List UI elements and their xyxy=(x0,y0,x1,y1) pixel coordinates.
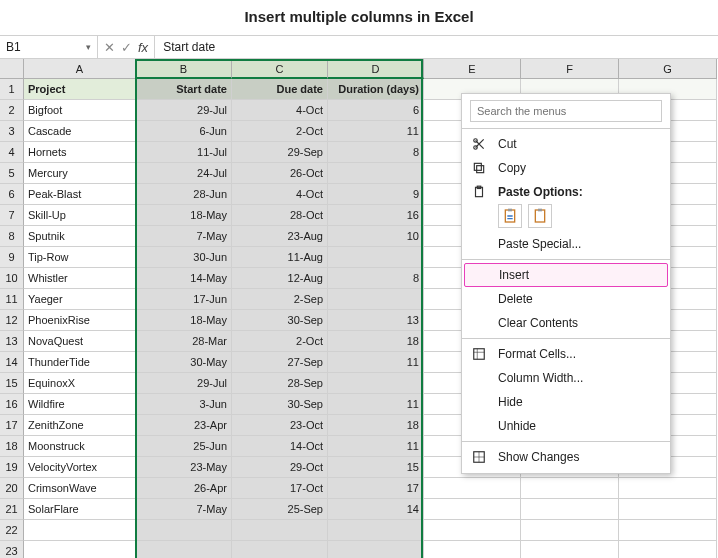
cell[interactable]: 12-Aug xyxy=(232,268,328,289)
cell[interactable] xyxy=(328,289,424,310)
row-header[interactable]: 7 xyxy=(0,205,24,226)
cell[interactable] xyxy=(424,478,521,499)
row-header[interactable]: 21 xyxy=(0,499,24,520)
cell[interactable]: 30-Sep xyxy=(232,394,328,415)
menu-unhide[interactable]: Unhide xyxy=(462,414,670,438)
cell[interactable]: 30-May xyxy=(136,352,232,373)
cell[interactable]: 8 xyxy=(328,268,424,289)
cell[interactable] xyxy=(521,520,619,541)
row-header[interactable]: 22 xyxy=(0,520,24,541)
row-header[interactable]: 10 xyxy=(0,268,24,289)
column-header-E[interactable]: E xyxy=(424,59,521,79)
cell[interactable] xyxy=(136,520,232,541)
menu-search-input[interactable] xyxy=(470,100,662,122)
cell[interactable]: 8 xyxy=(328,142,424,163)
cell[interactable] xyxy=(619,478,717,499)
row-header[interactable]: 20 xyxy=(0,478,24,499)
cell[interactable] xyxy=(424,520,521,541)
row-header[interactable]: 8 xyxy=(0,226,24,247)
cell[interactable]: 16 xyxy=(328,205,424,226)
header-cell[interactable]: Start date xyxy=(136,79,232,100)
row-header[interactable]: 15 xyxy=(0,373,24,394)
menu-copy[interactable]: Copy xyxy=(462,156,670,180)
cell[interactable]: 26-Oct xyxy=(232,163,328,184)
cell[interactable]: CrimsonWave xyxy=(24,478,136,499)
cell[interactable]: 28-Mar xyxy=(136,331,232,352)
cell[interactable] xyxy=(521,478,619,499)
cell[interactable]: 23-Apr xyxy=(136,415,232,436)
cell[interactable]: 23-May xyxy=(136,457,232,478)
cell[interactable]: 27-Sep xyxy=(232,352,328,373)
cell[interactable]: 7-May xyxy=(136,499,232,520)
column-header-A[interactable]: A xyxy=(24,59,136,79)
cell[interactable]: 25-Jun xyxy=(136,436,232,457)
cell[interactable]: Bigfoot xyxy=(24,100,136,121)
menu-cut[interactable]: Cut xyxy=(462,132,670,156)
column-header-B[interactable]: B xyxy=(136,59,232,79)
paste-option-2[interactable] xyxy=(528,204,552,228)
cell[interactable]: 11 xyxy=(328,352,424,373)
row-header[interactable]: 13 xyxy=(0,331,24,352)
menu-paste-special[interactable]: Paste Special... xyxy=(462,232,670,256)
cell[interactable]: VelocityVortex xyxy=(24,457,136,478)
menu-insert[interactable]: Insert xyxy=(464,263,668,287)
column-header-G[interactable]: G xyxy=(619,59,717,79)
cell[interactable]: 4-Oct xyxy=(232,100,328,121)
cell[interactable] xyxy=(521,499,619,520)
row-header[interactable]: 19 xyxy=(0,457,24,478)
column-header-C[interactable]: C xyxy=(232,59,328,79)
cell[interactable] xyxy=(24,520,136,541)
cell[interactable] xyxy=(328,247,424,268)
cell[interactable]: 4-Oct xyxy=(232,184,328,205)
cell[interactable]: 2-Sep xyxy=(232,289,328,310)
menu-show-changes[interactable]: Show Changes xyxy=(462,445,670,469)
cell[interactable]: 23-Oct xyxy=(232,415,328,436)
cell[interactable]: 14-Oct xyxy=(232,436,328,457)
cell[interactable]: 28-Sep xyxy=(232,373,328,394)
row-header[interactable]: 17 xyxy=(0,415,24,436)
cell[interactable] xyxy=(619,520,717,541)
cell[interactable] xyxy=(619,499,717,520)
column-header-F[interactable]: F xyxy=(521,59,619,79)
menu-format-cells[interactable]: Format Cells... xyxy=(462,342,670,366)
cell[interactable]: PhoenixRise xyxy=(24,310,136,331)
header-cell[interactable]: Due date xyxy=(232,79,328,100)
header-cell[interactable]: Project xyxy=(24,79,136,100)
row-header[interactable]: 3 xyxy=(0,121,24,142)
cell[interactable]: EquinoxX xyxy=(24,373,136,394)
row-header[interactable]: 5 xyxy=(0,163,24,184)
cell[interactable] xyxy=(424,499,521,520)
cell[interactable]: 17 xyxy=(328,478,424,499)
cell[interactable]: 6-Jun xyxy=(136,121,232,142)
cell[interactable]: 11-Jul xyxy=(136,142,232,163)
cell[interactable]: 30-Sep xyxy=(232,310,328,331)
column-header-D[interactable]: D xyxy=(328,59,424,79)
cell[interactable] xyxy=(24,541,136,558)
cell[interactable] xyxy=(136,541,232,558)
cell[interactable]: Moonstruck xyxy=(24,436,136,457)
row-header[interactable]: 6 xyxy=(0,184,24,205)
cell[interactable]: 14 xyxy=(328,499,424,520)
cell[interactable]: Tip-Row xyxy=(24,247,136,268)
check-icon[interactable]: ✓ xyxy=(121,40,132,55)
cell[interactable] xyxy=(424,541,521,558)
menu-clear[interactable]: Clear Contents xyxy=(462,311,670,335)
cell[interactable]: 18-May xyxy=(136,205,232,226)
cell[interactable]: 17-Oct xyxy=(232,478,328,499)
menu-column-width[interactable]: Column Width... xyxy=(462,366,670,390)
cell[interactable]: 18 xyxy=(328,331,424,352)
cell[interactable]: 25-Sep xyxy=(232,499,328,520)
cell[interactable]: Cascade xyxy=(24,121,136,142)
row-header[interactable]: 2 xyxy=(0,100,24,121)
cell[interactable]: 29-Oct xyxy=(232,457,328,478)
cell[interactable]: 11 xyxy=(328,436,424,457)
cell[interactable] xyxy=(619,541,717,558)
cell[interactable]: 15 xyxy=(328,457,424,478)
cell[interactable]: 17-Jun xyxy=(136,289,232,310)
row-header[interactable]: 18 xyxy=(0,436,24,457)
cell[interactable]: 10 xyxy=(328,226,424,247)
cell[interactable]: 3-Jun xyxy=(136,394,232,415)
cell[interactable]: ThunderTide xyxy=(24,352,136,373)
cell[interactable]: 6 xyxy=(328,100,424,121)
cell[interactable]: 2-Oct xyxy=(232,331,328,352)
